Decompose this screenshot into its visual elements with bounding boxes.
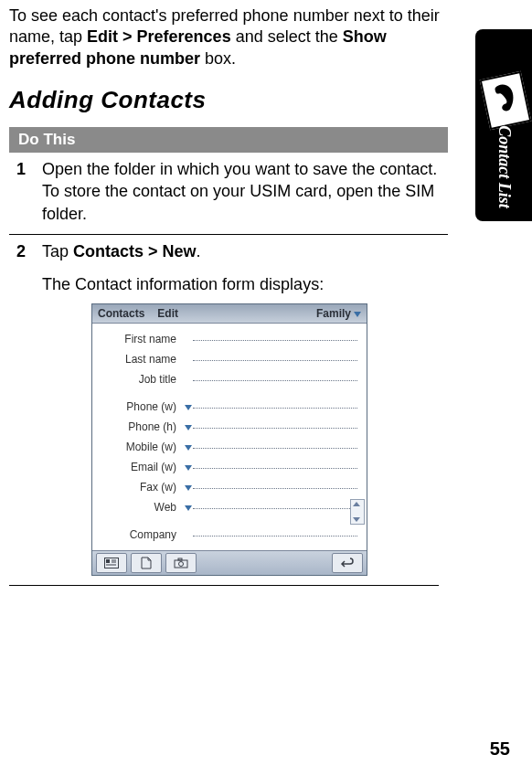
chevron-down-icon	[185, 465, 192, 471]
field-label: Email (w)	[96, 461, 180, 473]
chevron-down-icon	[185, 405, 192, 410]
field-input[interactable]	[193, 534, 357, 537]
field-label: Phone (h)	[96, 420, 180, 433]
intro-paragraph: To see each contact's preferred phone nu…	[9, 5, 448, 69]
field-input[interactable]	[193, 446, 357, 449]
svg-rect-6	[178, 558, 182, 560]
field-label: Job title	[96, 373, 180, 386]
step-2-pre: Tap	[42, 242, 73, 260]
do-this-header: Do This	[9, 127, 448, 153]
step-2: 2 Tap Contacts > New.	[9, 235, 448, 271]
field-label: Mobile (w)	[96, 441, 180, 453]
field-input[interactable]	[193, 486, 357, 489]
side-tab: Contact List	[475, 29, 532, 221]
menu-category[interactable]: Family	[316, 307, 361, 320]
field-label: Web	[96, 501, 180, 514]
step-2-bold: Contacts > New	[73, 242, 197, 260]
step-2-text: Tap Contacts > New.	[42, 240, 441, 262]
phone-body: First nameLast nameJob titlePhone (w)Pho…	[92, 324, 367, 550]
svg-rect-1	[106, 559, 110, 563]
chevron-down-icon	[185, 485, 192, 491]
field-label: Phone (w)	[96, 400, 180, 413]
field-label: First name	[96, 333, 180, 345]
step-2-caption: The Contact information form displays:	[42, 275, 448, 294]
field-row: Phone (w)	[96, 397, 365, 417]
field-row: Web	[96, 497, 365, 517]
section-end-divider	[9, 585, 439, 586]
field-input[interactable]	[193, 358, 357, 361]
field-label: Fax (w)	[96, 481, 180, 494]
chevron-down-icon	[354, 312, 361, 317]
field-row: Phone (h)	[96, 417, 365, 437]
field-type-dropdown[interactable]	[180, 501, 193, 514]
scroll-indicator[interactable]	[350, 499, 365, 525]
field-input[interactable]	[193, 466, 357, 469]
side-tab-label: Contact List	[495, 125, 514, 208]
toolbar-note-button[interactable]	[131, 553, 162, 573]
field-type-dropdown[interactable]	[180, 420, 193, 433]
section-title: Adding Contacts	[9, 86, 448, 114]
field-input[interactable]	[193, 338, 357, 341]
toolbar-back-button[interactable]	[332, 553, 363, 573]
intro-bold-1: Edit > Preferences	[87, 27, 231, 46]
chevron-down-icon	[185, 505, 192, 511]
field-row: Company	[96, 525, 365, 545]
field-row: Last name	[96, 349, 365, 369]
menu-category-label: Family	[316, 307, 351, 320]
field-row: Fax (w)	[96, 477, 365, 497]
field-label: Company	[96, 528, 180, 541]
contact-form-screenshot: Contacts Edit Family First nameLast name…	[91, 303, 367, 576]
field-input[interactable]	[193, 426, 357, 429]
menu-edit[interactable]: Edit	[157, 307, 178, 320]
phone-titlebar: Contacts Edit Family	[92, 304, 367, 324]
field-type-dropdown[interactable]	[180, 441, 193, 453]
step-1: 1 Open the folder in which you want to s…	[9, 153, 448, 234]
menu-contacts[interactable]: Contacts	[98, 307, 144, 320]
field-input[interactable]	[193, 406, 357, 409]
intro-mid: and select the	[231, 27, 343, 46]
field-row: Email (w)	[96, 457, 365, 477]
field-input[interactable]	[193, 378, 357, 381]
field-row: Job title	[96, 369, 365, 389]
field-type-dropdown[interactable]	[180, 461, 193, 473]
field-row: First name	[96, 329, 365, 349]
chevron-down-icon	[185, 445, 192, 451]
chevron-down-icon	[185, 425, 192, 430]
step-2-post: .	[197, 242, 201, 260]
phone-book-icon	[480, 71, 532, 130]
field-input[interactable]	[193, 506, 357, 509]
svg-point-7	[179, 562, 184, 567]
intro-post: box.	[200, 49, 236, 68]
field-row: Mobile (w)	[96, 437, 365, 457]
phone-toolbar	[92, 550, 367, 575]
step-1-text: Open the folder in which you want to sav…	[42, 158, 441, 225]
step-2-number: 2	[16, 240, 42, 262]
step-1-number: 1	[16, 158, 42, 225]
page-number: 55	[490, 738, 510, 760]
toolbar-camera-button[interactable]	[165, 553, 197, 573]
toolbar-card-button[interactable]	[96, 553, 127, 573]
field-type-dropdown[interactable]	[180, 400, 193, 413]
field-type-dropdown[interactable]	[180, 481, 193, 494]
field-label: Last name	[96, 353, 180, 366]
